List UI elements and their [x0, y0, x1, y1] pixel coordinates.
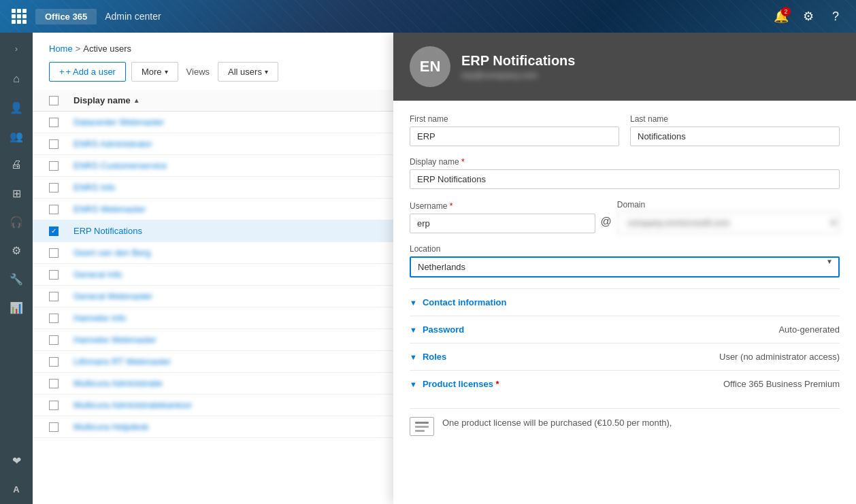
contact-information-label: Contact information — [423, 297, 840, 307]
sidebar-item-settings[interactable]: ⚙ — [3, 237, 30, 264]
roles-collapse-icon: ▼ — [410, 353, 417, 361]
app-title: Admin center — [105, 11, 161, 22]
display-name-input[interactable] — [410, 169, 840, 189]
roles-value: User (no administrator access) — [719, 352, 840, 362]
first-name-label: First name — [410, 114, 619, 124]
row-checkbox[interactable] — [49, 379, 59, 388]
password-value: Auto-generated — [778, 324, 840, 335]
views-chevron-icon: ▾ — [265, 68, 268, 75]
product-licenses-section[interactable]: ▼ Product licenses * Office 365 Business… — [410, 370, 840, 397]
location-group: Location Netherlands United States Germa… — [410, 244, 840, 278]
more-chevron-icon: ▾ — [165, 68, 168, 75]
notification-badge: 2 — [781, 7, 791, 16]
add-user-button[interactable]: + + Add a user — [49, 62, 126, 82]
contact-collapse-icon: ▼ — [410, 299, 417, 307]
row-checkbox[interactable] — [49, 357, 59, 367]
product-licenses-value: Office 365 Business Premium — [723, 379, 840, 389]
row-checkbox[interactable] — [49, 335, 59, 345]
notifications-button[interactable]: 🔔 2 — [769, 4, 793, 29]
username-label: Username * — [410, 201, 595, 211]
panel-header: EN ERP Notifications erp@company.com — [393, 33, 856, 101]
help-button[interactable]: ? — [823, 4, 848, 29]
panel-body: First name Last name Display name * — [393, 101, 856, 504]
sidebar-item-admin[interactable]: A — [3, 475, 30, 503]
last-name-group: Last name — [630, 114, 840, 146]
sidebar-item-reports[interactable]: 📊 — [3, 294, 30, 321]
row-checkbox[interactable] — [49, 248, 59, 258]
main-layout: › ⌂ 👤 👥 🖨 ⊞ 🎧 ⚙ 🔧 📊 ❤ A Home > Active us… — [0, 33, 856, 504]
select-all-checkbox[interactable] — [49, 96, 59, 105]
first-name-group: First name — [410, 114, 619, 146]
row-checkbox[interactable] — [49, 183, 59, 192]
sidebar-item-support[interactable]: 🎧 — [3, 208, 30, 235]
licenses-collapse-icon: ▼ — [410, 380, 417, 388]
licenses-required-star: * — [496, 379, 499, 389]
sidebar-item-home[interactable]: ⌂ — [3, 65, 30, 93]
last-name-input[interactable] — [630, 127, 840, 146]
more-button[interactable]: More ▾ — [131, 62, 178, 82]
display-name-group: Display name * — [410, 157, 840, 189]
license-info: One product license will be purchased (€… — [410, 408, 840, 444]
sort-icon: ▲ — [133, 97, 140, 104]
first-name-input[interactable] — [410, 127, 619, 146]
row-checkbox[interactable] — [49, 118, 59, 127]
contact-information-section[interactable]: ▼ Contact information — [410, 288, 840, 316]
views-label: Views — [184, 67, 212, 77]
row-checkbox[interactable] — [49, 139, 59, 149]
name-row: First name Last name — [410, 114, 840, 146]
roles-section[interactable]: ▼ Roles User (no administrator access) — [410, 343, 840, 370]
domain-group: Domain company.onmicrosoft.com — [617, 200, 840, 233]
sidebar-expand-button[interactable]: › — [3, 38, 30, 60]
add-user-icon: + — [59, 67, 65, 77]
row-checkbox[interactable] — [49, 422, 59, 432]
main-content: Home > Active users + + Add a user More … — [33, 33, 856, 504]
username-input[interactable] — [410, 214, 595, 233]
license-card-icon — [410, 417, 434, 436]
sidebar-item-groups[interactable]: 👥 — [3, 122, 30, 150]
location-label: Location — [410, 244, 840, 254]
apps-button[interactable] — [8, 5, 30, 27]
username-group: Username * — [410, 201, 595, 233]
username-required-star: * — [450, 201, 453, 211]
user-detail-panel: EN ERP Notifications erp@company.com Fir… — [393, 33, 856, 504]
add-user-label: + Add a user — [66, 67, 116, 77]
product-licenses-label: Product licenses * — [423, 379, 723, 389]
last-name-label: Last name — [630, 114, 840, 124]
at-sign: @ — [601, 216, 612, 233]
breadcrumb-home[interactable]: Home — [49, 44, 73, 54]
domain-select[interactable]: company.onmicrosoft.com — [617, 212, 840, 233]
row-checkbox[interactable] — [49, 292, 59, 301]
panel-user-email: erp@company.com — [461, 70, 840, 80]
row-checkbox[interactable] — [49, 161, 59, 171]
password-collapse-icon: ▼ — [410, 326, 417, 334]
brand-label[interactable]: Office 365 — [35, 9, 97, 24]
password-section[interactable]: ▼ Password Auto-generated — [410, 316, 840, 343]
sidebar-item-boards[interactable]: ⊞ — [3, 180, 30, 207]
row-checkbox[interactable] — [49, 401, 59, 410]
breadcrumb-separator: > — [76, 44, 81, 54]
roles-label: Roles — [423, 352, 719, 362]
breadcrumb-current: Active users — [83, 44, 131, 54]
sidebar-item-tools[interactable]: 🔧 — [3, 265, 30, 292]
username-domain-row: Username * @ Domain company.onmicrosoft.… — [410, 200, 840, 233]
row-checkbox[interactable]: ✓ — [49, 226, 59, 236]
all-users-label: All users — [228, 67, 262, 77]
display-name-label: Display name * — [410, 157, 840, 167]
license-notice-text: One product license will be purchased (€… — [442, 417, 672, 429]
row-checkbox[interactable] — [49, 270, 59, 280]
views-dropdown[interactable]: All users ▾ — [218, 62, 278, 82]
sidebar-item-users[interactable]: 👤 — [3, 94, 30, 121]
sidebar-item-health[interactable]: ❤ — [3, 447, 30, 474]
sidebar-item-print[interactable]: 🖨 — [3, 151, 30, 178]
panel-header-info: ERP Notifications erp@company.com — [461, 53, 840, 80]
topbar: Office 365 Admin center 🔔 2 ⚙ ? — [0, 0, 856, 33]
more-label: More — [142, 67, 162, 77]
row-checkbox[interactable] — [49, 314, 59, 323]
domain-label: Domain — [617, 200, 840, 209]
sidebar: › ⌂ 👤 👥 🖨 ⊞ 🎧 ⚙ 🔧 📊 ❤ A — [0, 33, 33, 504]
location-select[interactable]: Netherlands United States Germany United… — [410, 256, 840, 278]
panel-user-name: ERP Notifications — [461, 53, 840, 69]
avatar: EN — [410, 46, 450, 87]
row-checkbox[interactable] — [49, 205, 59, 214]
settings-button[interactable]: ⚙ — [796, 4, 821, 29]
